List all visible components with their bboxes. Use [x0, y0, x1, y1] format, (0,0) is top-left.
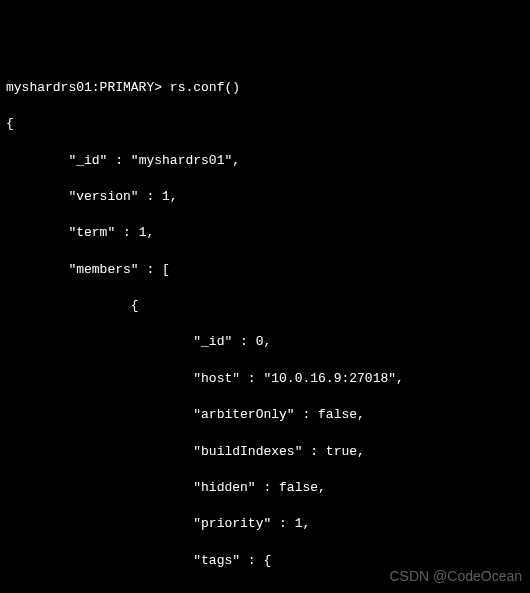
member-arbiter-value: false [318, 407, 357, 422]
member-brace: { [131, 298, 139, 313]
member-priority-value: 1 [295, 516, 303, 531]
member-id-value: 0 [256, 334, 264, 349]
shell-prompt: myshardrs01:PRIMARY> [6, 80, 170, 95]
member-host-value: "10.0.16.9:27018" [263, 371, 396, 386]
member-open: { [6, 297, 524, 315]
member-hidden-value: false [279, 480, 318, 495]
members-bracket: [ [162, 262, 170, 277]
member-host: "host" : "10.0.16.9:27018", [6, 370, 524, 388]
member-priority: "priority" : 1, [6, 515, 524, 533]
member-hidden: "hidden" : false, [6, 479, 524, 497]
conf-members-open: "members" : [ [6, 261, 524, 279]
blank-line-1 [6, 588, 524, 593]
prompt-line[interactable]: myshardrs01:PRIMARY> rs.conf() [6, 79, 524, 97]
json-brace-open: { [6, 115, 524, 133]
shell-command: rs.conf() [170, 80, 240, 95]
conf-version: "version" : 1, [6, 188, 524, 206]
conf-term: "term" : 1, [6, 224, 524, 242]
conf-term-value: 1 [139, 225, 147, 240]
conf-id: "_id" : "myshardrs01", [6, 152, 524, 170]
conf-version-value: 1 [162, 189, 170, 204]
member-id: "_id" : 0, [6, 333, 524, 351]
member-buildindexes-value: true [326, 444, 357, 459]
member-buildindexes: "buildIndexes" : true, [6, 443, 524, 461]
member-arbiter: "arbiterOnly" : false, [6, 406, 524, 424]
csdn-watermark: CSDN @CodeOcean [390, 567, 523, 587]
conf-id-value: "myshardrs01" [131, 153, 232, 168]
member-tags-brace: { [263, 553, 271, 568]
